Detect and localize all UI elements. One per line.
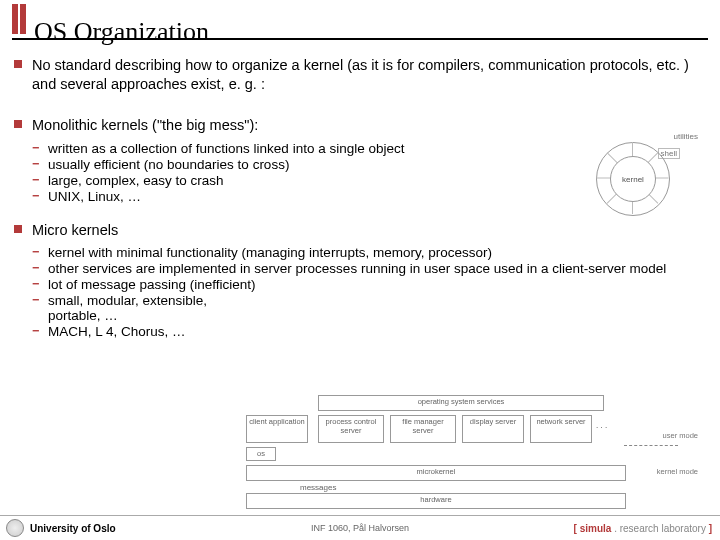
sub-text: kernel with minimal functionality (manag… — [48, 245, 492, 260]
diagram-file-server: file manager server — [390, 415, 456, 443]
diagram-label-kernel: kernel — [622, 175, 644, 184]
square-bullet-icon — [14, 225, 22, 233]
footer-university: University of Oslo — [30, 523, 116, 534]
diagram-label-utilities: utilities — [674, 132, 698, 141]
title-accent-bar-1 — [12, 4, 18, 34]
title-underline — [12, 38, 708, 40]
diagram-network-server: network server — [530, 415, 592, 443]
sub-item: −lot of message passing (inefficient) — [14, 277, 258, 292]
diagram-hardware-bar: hardware — [246, 493, 626, 509]
sub-item: −other services are implemented in serve… — [14, 261, 710, 276]
slide-title: OS Organization — [34, 17, 209, 47]
sub-text: lot of message passing (inefficient) — [48, 277, 256, 292]
uio-logo-icon — [6, 519, 24, 537]
ring-inner: kernel — [610, 156, 656, 202]
bullet-intro: No standard describing how to organize a… — [14, 56, 710, 94]
square-bullet-icon — [14, 60, 22, 68]
monolithic-diagram: utilities shell kernel — [578, 132, 698, 222]
footer-course: INF 1060, Pål Halvorsen — [311, 523, 409, 533]
footer-simula: [ simula . research laboratory ] — [574, 523, 712, 534]
sub-text: MACH, L 4, Chorus, … — [48, 324, 186, 339]
sub-text: usually efficient (no boundaries to cros… — [48, 157, 289, 172]
dash-icon: − — [32, 173, 39, 187]
dash-icon: − — [32, 245, 39, 259]
diagram-display-server: display server — [462, 415, 524, 443]
sub-item: −MACH, L 4, Chorus, … — [14, 324, 258, 339]
sub-item: −small, modular, extensible, portable, … — [14, 293, 258, 323]
square-bullet-icon — [14, 120, 22, 128]
footer-simula-name: simula — [580, 523, 612, 534]
diagram-kernel-mode-label: kernel mode — [657, 467, 698, 476]
dash-icon: − — [32, 324, 39, 338]
bullet-micro-text: Micro kernels — [32, 221, 710, 240]
sub-text: other services are implemented in server… — [48, 261, 666, 276]
diagram-user-mode-label: user mode — [663, 431, 698, 440]
diagram-dots: · · · — [596, 423, 607, 432]
bullet-intro-text: No standard describing how to organize a… — [32, 56, 710, 94]
diagram-process-server: process control server — [318, 415, 384, 443]
dash-icon: − — [32, 261, 39, 275]
sub-text: UNIX, Linux, … — [48, 189, 141, 204]
sub-text: large, complex, easy to crash — [48, 173, 224, 188]
diagram-messages-label: messages — [300, 483, 336, 492]
diagram-os-services: operating system services — [318, 395, 604, 411]
footer-simula-suffix: . research laboratory — [611, 523, 708, 534]
dash-icon: − — [32, 141, 39, 155]
diagram-microkernel-bar: microkernel — [246, 465, 626, 481]
sub-text: written as a collection of functions lin… — [48, 141, 404, 156]
bullet-micro: Micro kernels — [14, 221, 710, 240]
microkernel-diagram: operating system services client applica… — [240, 395, 700, 510]
dash-icon: − — [32, 277, 39, 291]
diagram-client-app: client application — [246, 415, 308, 443]
dash-icon: − — [32, 189, 39, 203]
slide-footer: University of Oslo INF 1060, Pål Halvors… — [0, 515, 720, 540]
dash-icon: − — [32, 157, 39, 171]
sub-item: −kernel with minimal functionality (mana… — [14, 245, 710, 260]
title-accent-bar-2 — [20, 4, 26, 34]
dash-icon: − — [32, 293, 39, 307]
diagram-mode-divider — [624, 445, 678, 446]
sub-text: small, modular, extensible, portable, … — [48, 293, 207, 323]
diagram-os-box: os — [246, 447, 276, 461]
bracket-icon: ] — [709, 523, 712, 534]
